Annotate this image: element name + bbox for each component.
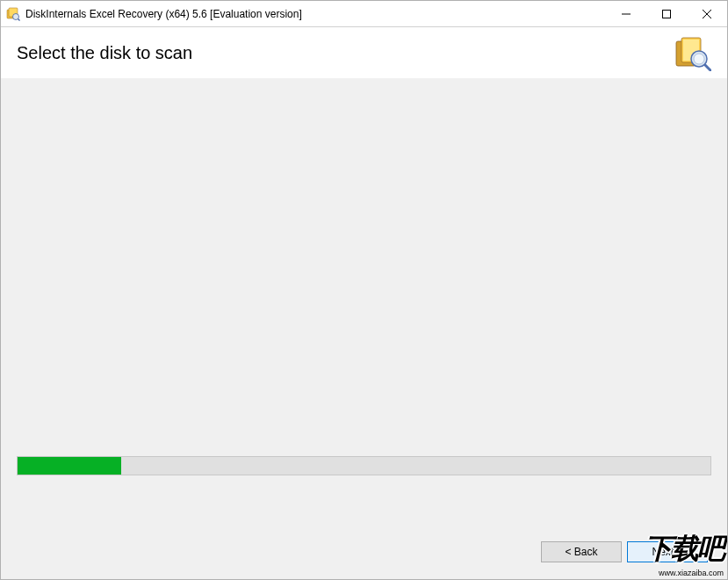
watermark-url: www.xiazaiba.com [659, 569, 724, 577]
wizard-footer: < Back Next > 下载吧 www.xiazaiba.com [1, 525, 727, 579]
progress-bar [17, 456, 711, 475]
next-button[interactable]: Next > [627, 541, 708, 562]
progress-fill [18, 457, 121, 475]
window-controls [606, 1, 727, 26]
wizard-header: Select the disk to scan [1, 27, 727, 78]
content-area [1, 78, 727, 525]
svg-line-13 [705, 65, 710, 70]
close-button[interactable] [687, 1, 727, 26]
minimize-button[interactable] [606, 1, 646, 26]
window-title: DiskInternals Excel Recovery (x64) 5.6 [… [25, 8, 606, 20]
back-button[interactable]: < Back [541, 541, 622, 562]
svg-point-12 [694, 54, 704, 64]
svg-rect-5 [663, 10, 671, 18]
svg-point-2 [13, 13, 19, 19]
app-icon [6, 7, 20, 21]
page-title: Select the disk to scan [17, 43, 192, 63]
folder-search-icon [674, 34, 711, 71]
titlebar: DiskInternals Excel Recovery (x64) 5.6 [… [1, 1, 727, 27]
maximize-button[interactable] [646, 1, 687, 26]
svg-line-3 [18, 18, 20, 20]
